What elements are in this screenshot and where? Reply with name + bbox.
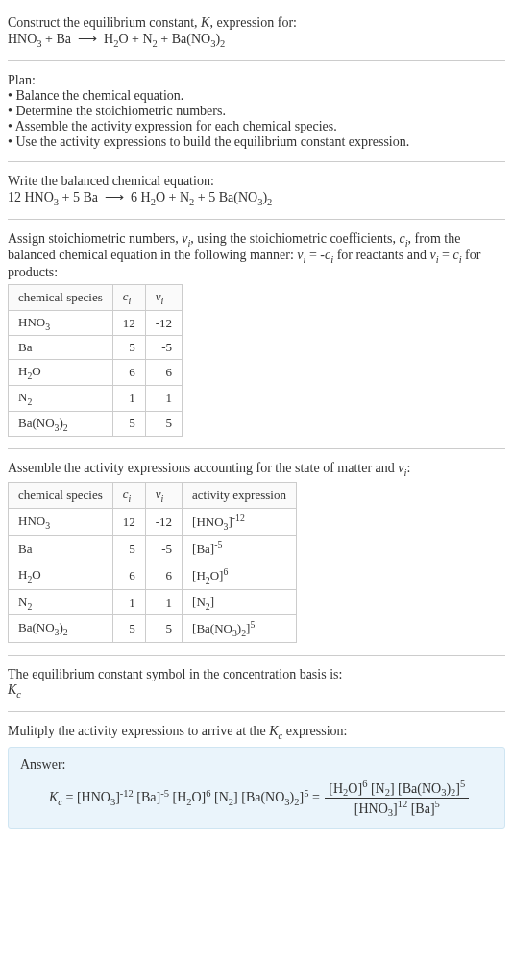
balanced-heading: Write the balanced chemical equation:	[8, 174, 505, 189]
cell-species: Ba(NO3)2	[9, 411, 113, 437]
cell-species: H2O	[9, 562, 113, 589]
col-vi: νi	[145, 285, 182, 311]
activity-table: chemical species ci νi activity expressi…	[8, 482, 297, 643]
cell-ci: 5	[112, 411, 145, 437]
cell-activity: [H2O]6	[183, 562, 297, 589]
final-section: Mulitply the activity expressions to arr…	[8, 716, 505, 837]
plan-item: Balance the chemical equation.	[8, 88, 505, 104]
plan-heading: Plan:	[8, 73, 505, 88]
cell-species: N2	[9, 589, 113, 615]
cell-ci: 5	[112, 336, 145, 360]
plan-section: Plan: Balance the chemical equation. Det…	[8, 65, 505, 157]
balanced-equation: 12 HNO3 + 5 Ba ⟶ 6 H2O + N2 + 5 Ba(NO3)2	[8, 189, 505, 207]
activity-section: Assemble the activity expressions accoun…	[8, 453, 505, 651]
cell-ci: 6	[112, 360, 145, 386]
cell-vi: 5	[145, 411, 182, 437]
table-row: Ba(NO3)2 5 5 [Ba(NO3)2]5	[9, 615, 297, 643]
table-row: H2O 6 6	[9, 360, 183, 386]
cell-vi: -5	[145, 336, 182, 360]
activity-heading: Assemble the activity expressions accoun…	[8, 461, 505, 478]
table-row: Ba(NO3)2 5 5	[9, 411, 183, 437]
cell-ci: 5	[112, 536, 145, 562]
table-header-row: chemical species ci νi activity expressi…	[9, 482, 297, 508]
cell-ci: 12	[112, 310, 145, 336]
symbol-value: Kc	[8, 682, 505, 700]
table-header-row: chemical species ci νi	[9, 285, 183, 311]
stoich-table: chemical species ci νi HNO3 12 -12 Ba 5 …	[8, 284, 183, 437]
balanced-section: Write the balanced chemical equation: 12…	[8, 166, 505, 215]
col-species: chemical species	[9, 285, 113, 311]
divider	[8, 655, 505, 656]
plan-list: Balance the chemical equation. Determine…	[8, 88, 505, 150]
cell-vi: -12	[145, 310, 182, 336]
cell-activity: [Ba(NO3)2]5	[183, 615, 297, 643]
cell-activity: [N2]	[183, 589, 297, 615]
table-row: H2O 6 6 [H2O]6	[9, 562, 297, 589]
cell-ci: 1	[112, 589, 145, 615]
symbol-heading: The equilibrium constant symbol in the c…	[8, 667, 505, 682]
table-row: Ba 5 -5	[9, 336, 183, 360]
cell-ci: 12	[112, 508, 145, 536]
cell-vi: 1	[145, 589, 182, 615]
col-ci: ci	[112, 285, 145, 311]
divider	[8, 161, 505, 162]
divider	[8, 711, 505, 712]
divider	[8, 60, 505, 61]
fraction-denominator: [HNO3]12 [Ba]5	[325, 799, 469, 818]
answer-expression: Kc = [HNO3]-12 [Ba]-5 [H2O]6 [N2] [Ba(NO…	[20, 778, 493, 819]
symbol-section: The equilibrium constant symbol in the c…	[8, 659, 505, 707]
divider	[8, 448, 505, 449]
plan-item: Assemble the activity expression for eac…	[8, 119, 505, 134]
col-ci: ci	[112, 482, 145, 508]
intro-line1: Construct the equilibrium constant, K, e…	[8, 15, 505, 31]
cell-vi: 1	[145, 385, 182, 411]
final-heading: Mulitply the activity expressions to arr…	[8, 724, 505, 741]
cell-species: HNO3	[9, 310, 113, 336]
cell-activity: [HNO3]-12	[183, 508, 297, 536]
cell-vi: -12	[145, 508, 182, 536]
intro-equation: HNO3 + Ba ⟶ H2O + N2 + Ba(NO3)2	[8, 31, 505, 49]
col-species: chemical species	[9, 482, 113, 508]
divider	[8, 219, 505, 220]
table-row: N2 1 1	[9, 385, 183, 411]
col-vi: νi	[145, 482, 182, 508]
intro-section: Construct the equilibrium constant, K, e…	[8, 8, 505, 57]
stoich-heading: Assign stoichiometric numbers, νi, using…	[8, 231, 505, 281]
cell-vi: 5	[145, 615, 182, 643]
plan-item: Use the activity expressions to build th…	[8, 134, 505, 150]
table-row: Ba 5 -5 [Ba]-5	[9, 536, 297, 562]
answer-box: Answer: Kc = [HNO3]-12 [Ba]-5 [H2O]6 [N2…	[8, 747, 505, 829]
cell-ci: 5	[112, 615, 145, 643]
cell-species: Ba	[9, 536, 113, 562]
table-row: HNO3 12 -12	[9, 310, 183, 336]
cell-ci: 1	[112, 385, 145, 411]
fraction: [H2O]6 [N2] [Ba(NO3)2]5 [HNO3]12 [Ba]5	[325, 778, 469, 819]
cell-activity: [Ba]-5	[183, 536, 297, 562]
cell-ci: 6	[112, 562, 145, 589]
cell-species: H2O	[9, 360, 113, 386]
col-activity: activity expression	[183, 482, 297, 508]
fraction-numerator: [H2O]6 [N2] [Ba(NO3)2]5	[325, 778, 469, 799]
answer-label: Answer:	[20, 757, 493, 773]
cell-species: Ba	[9, 336, 113, 360]
table-row: N2 1 1 [N2]	[9, 589, 297, 615]
cell-species: HNO3	[9, 508, 113, 536]
cell-species: Ba(NO3)2	[9, 615, 113, 643]
stoich-section: Assign stoichiometric numbers, νi, using…	[8, 224, 505, 445]
table-row: HNO3 12 -12 [HNO3]-12	[9, 508, 297, 536]
cell-vi: 6	[145, 562, 182, 589]
cell-species: N2	[9, 385, 113, 411]
cell-vi: 6	[145, 360, 182, 386]
plan-item: Determine the stoichiometric numbers.	[8, 104, 505, 119]
cell-vi: -5	[145, 536, 182, 562]
